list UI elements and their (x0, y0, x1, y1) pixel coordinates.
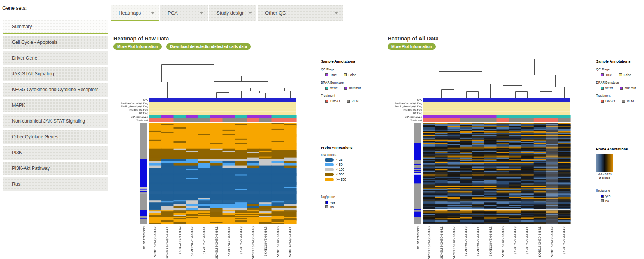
raw-probe-annotations-legend: Probe Annotations raw counts < 25 < 50 <… (321, 145, 381, 209)
braf-mut-swatch (620, 87, 623, 90)
raw-counts-50-label: < 50 (336, 163, 343, 166)
flag-prune-yes-swatch (325, 201, 328, 204)
more-plot-information-button[interactable]: More Plot Information (113, 43, 162, 50)
flag-prune-no-swatch (325, 205, 328, 208)
treatment-vem-label: VEM (627, 99, 634, 103)
raw-counts-swatch-25 (325, 158, 334, 162)
qc-false-label: False (624, 73, 632, 77)
braf-genotype-label: BRAF.Genotype (596, 81, 644, 85)
treatment-dmso-swatch (601, 100, 604, 103)
all-heatmap-title: Heatmap of All Data (388, 36, 438, 42)
flag-prune-yes-swatch (601, 195, 604, 198)
qc-false-swatch (344, 73, 347, 76)
tab-other-qc[interactable]: Other QC (258, 5, 343, 21)
more-plot-information-button[interactable]: More Plot Information (388, 43, 436, 50)
sidebar-item-jak-stat-signaling[interactable]: JAK-STAT Signaling (3, 67, 108, 81)
tab-pca-label: PCA (168, 10, 178, 16)
braf-mut-label: mut.mut (625, 86, 636, 90)
qc-flags-label: QC Flags (596, 67, 644, 72)
qc-true-swatch (601, 73, 604, 76)
treatment-label: Treatment (321, 94, 381, 98)
sidebar-item-kegg-cytokines[interactable]: KEGG Cytokines and Cytokine Receptors (3, 83, 108, 97)
chevron-down-icon (200, 12, 203, 14)
raw-counts-500-label: < 500 (336, 172, 344, 176)
zscore-axis-label: z-scores (596, 176, 613, 180)
flag-prune-no-label: no (605, 199, 609, 203)
sidebar-item-pi3k-akt-pathway[interactable]: PI3K-Akt Pathway (3, 162, 108, 175)
raw-counts-swatch-50 (325, 163, 334, 166)
raw-heatmap-buttons: More Plot Information Download detected/… (113, 43, 254, 50)
braf-genotype-label: BRAF.Genotype (321, 81, 381, 85)
sidebar-item-pi3k[interactable]: PI3K (3, 146, 108, 160)
sample-annotations-title: Sample Annotations (321, 59, 381, 64)
sidebar-item-summary[interactable]: Summary (3, 20, 108, 34)
treatment-items: DMSO VEM (325, 99, 381, 103)
sidebar-item-mapk[interactable]: MAPK (3, 99, 108, 112)
flag-prune-yes-label: yes (605, 194, 610, 198)
treatment-vem-swatch (622, 100, 625, 103)
qc-dashboard: Gene sets: Summary Cell Cycle - Apoptosi… (0, 0, 644, 259)
braf-wt-label: wt.wt (605, 86, 613, 90)
qc-false-label: False (349, 73, 356, 77)
qc-flags-label: QC Flags (321, 67, 381, 72)
raw-counts-swatch-ge500 (325, 178, 334, 181)
braf-wt-swatch (325, 87, 328, 90)
braf-genotype-items: wt.wt mut.mut (325, 86, 381, 90)
flag-prune-no-swatch (601, 199, 604, 202)
probe-annotations-title: Probe Annotations (596, 147, 644, 151)
treatment-dmso-swatch (325, 100, 328, 103)
treatment-dmso-label: DMSO (605, 99, 615, 103)
raw-counts-25-label: < 25 (336, 158, 343, 162)
tab-heatmaps[interactable]: Heatmaps (111, 5, 159, 21)
raw-counts-swatch-100 (325, 168, 334, 171)
tab-study-design-label: Study design (216, 10, 244, 16)
qc-true-swatch (325, 73, 328, 76)
sample-annotations-title: Sample Annotations (596, 59, 644, 64)
braf-wt-swatch (601, 87, 604, 90)
raw-counts-ge500-label: >= 500 (336, 178, 346, 181)
sidebar-item-other-cytokine-genes[interactable]: Other Cytokine Genes (3, 130, 108, 144)
treatment-vem-label: VEM (352, 99, 358, 103)
treatment-label: Treatment (596, 94, 644, 98)
gene-sets-list: Summary Cell Cycle - Apoptosis Driver Ge… (3, 20, 108, 193)
zscore-ticks: -3 -2 -1 0 1 2 3 (596, 173, 613, 176)
chevron-down-icon (334, 12, 338, 14)
flag-prune-label: flag/prune (596, 189, 644, 193)
probe-annotations-title: Probe Annotations (321, 145, 381, 150)
braf-wt-label: wt.wt (330, 86, 337, 90)
gene-sets-label: Gene sets: (2, 5, 27, 11)
sidebar-item-non-canonical-jak-stat[interactable]: Non-canonical JAK-STAT Signaling (3, 114, 108, 128)
zscore-gradient (596, 154, 613, 172)
braf-mut-label: mut.mut (349, 86, 361, 90)
flag-prune-yes-label: yes (330, 201, 335, 204)
qc-false-swatch (619, 73, 622, 76)
all-heatmap-plot (385, 52, 594, 259)
flag-prune-label: flag/prune (321, 195, 381, 199)
raw-counts-swatch-500 (325, 173, 334, 176)
all-heatmap-buttons: More Plot Information (388, 43, 439, 50)
tab-other-qc-label: Other QC (265, 10, 286, 16)
sidebar-item-cell-cycle-apoptosis[interactable]: Cell Cycle - Apoptosis (3, 36, 108, 49)
qc-flags-items: True False (325, 73, 381, 77)
tab-study-design[interactable]: Study design (209, 5, 256, 21)
raw-heatmap-plot (110, 52, 320, 259)
sidebar-item-ras[interactable]: Ras (3, 177, 108, 191)
tab-heatmaps-label: Heatmaps (119, 10, 141, 16)
chevron-down-icon (248, 12, 252, 14)
raw-sample-annotations-legend: Sample Annotations QC Flags True False B… (321, 59, 381, 103)
all-probe-annotations-legend: Probe Annotations -3 -2 -1 0 1 2 3 z-sco… (596, 147, 644, 203)
raw-counts-label: raw counts (321, 153, 381, 157)
qc-true-label: True (605, 73, 612, 77)
raw-counts-100-label: < 100 (336, 168, 344, 171)
treatment-dmso-label: DMSO (330, 99, 340, 103)
chevron-down-icon (151, 12, 155, 14)
braf-mut-swatch (344, 87, 347, 90)
sidebar-item-driver-gene[interactable]: Driver Gene (3, 51, 108, 65)
raw-heatmap-title: Heatmap of Raw Data (113, 36, 169, 42)
qc-true-label: True (330, 73, 337, 77)
all-sample-annotations-legend: Sample Annotations QC Flags True False B… (596, 59, 644, 103)
tab-pca[interactable]: PCA (160, 5, 208, 21)
download-calls-data-button[interactable]: Download detected/undetected calls data (166, 43, 251, 50)
flag-prune-no-label: no (330, 205, 334, 209)
treatment-vem-swatch (347, 100, 350, 103)
